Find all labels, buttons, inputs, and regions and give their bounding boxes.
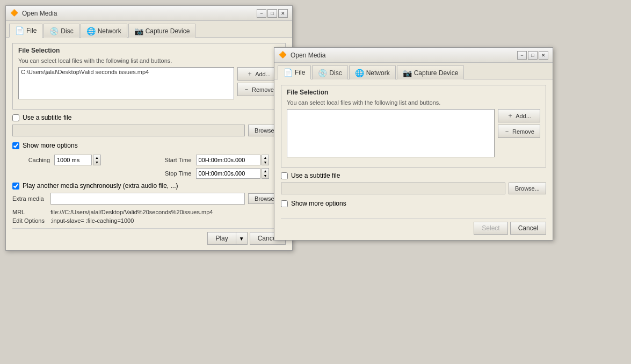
subtitle-row-2: Browse... (281, 183, 546, 194)
caching-spin-arrows-1[interactable]: ▲ ▼ (93, 155, 101, 165)
show-more-label-2: Show more options (291, 200, 346, 207)
titlebar-1: 🔶 Open Media − □ ✕ (6, 6, 292, 21)
open-media-window-1: 🔶 Open Media − □ ✕ 📄 File 💿 Disc 🌐 Netwo… (5, 5, 293, 251)
caching-input-group-1: ▲ ▼ (54, 155, 144, 165)
file-icon-1: 📄 (15, 26, 24, 35)
start-time-up-arrow[interactable]: ▲ (262, 155, 269, 160)
tab-disc-label-2: Disc (329, 69, 342, 77)
tab-file-1[interactable]: 📄 File (9, 24, 42, 38)
tab-file-label-2: File (295, 69, 305, 76)
file-selection-desc-1: You can select local files with the foll… (18, 57, 280, 64)
window2-content: File Selection You can select local file… (274, 79, 553, 240)
capture-icon-2: 📷 (403, 69, 412, 77)
titlebar-2: 🔶 Open Media − □ ✕ (274, 48, 553, 63)
stop-time-up-arrow[interactable]: ▲ (262, 169, 269, 173)
tab-network-label-2: Network (366, 69, 390, 77)
titlebar-controls-2: − □ ✕ (517, 51, 548, 60)
subtitle-checkbox-label-1: Use a subtitle file (23, 114, 71, 121)
subtitle-row-1: Browse... (12, 125, 286, 136)
extra-media-row-1: Extra media Browse... (12, 193, 286, 205)
show-more-label-1: Show more options (23, 142, 78, 149)
window2-title: Open Media (291, 52, 325, 59)
subtitle-checkbox-2[interactable] (281, 172, 288, 179)
bottom-buttons-2: Select Cancel (281, 218, 546, 235)
file-path-1: C:\Users\jalal\Desktop\Valid seconds iss… (21, 69, 149, 75)
stop-time-input-group-1: ▲ ▼ (196, 168, 286, 179)
caching-label-1: Caching (12, 157, 50, 163)
tab-capture-1[interactable]: 📷 Capture Device (128, 24, 196, 38)
play-sync-checkbox-1[interactable] (12, 183, 19, 190)
file-list-area-2: Add... Remove (287, 109, 540, 157)
play-sync-label-1: Play another media synchronously (extra … (23, 182, 178, 190)
tab-capture-2[interactable]: 📷 Capture Device (397, 65, 465, 79)
disc-icon-1: 💿 (49, 27, 59, 35)
disc-icon-2: 💿 (318, 69, 327, 77)
cancel-button-2[interactable]: Cancel (510, 222, 546, 235)
start-time-spin-arrows[interactable]: ▲ ▼ (262, 155, 270, 165)
maximize-button-1[interactable]: □ (267, 9, 277, 18)
tab-network-1[interactable]: 🌐 Network (81, 24, 127, 38)
play-button-1[interactable]: Play (207, 232, 235, 245)
stop-time-label-1: Stop Time (149, 170, 192, 177)
network-icon-1: 🌐 (86, 27, 96, 35)
file-selection-title-2: File Selection (287, 89, 540, 96)
show-more-checkbox-2[interactable] (281, 200, 288, 207)
subtitle-input-1[interactable] (12, 125, 245, 136)
minimize-button-1[interactable]: − (257, 9, 266, 18)
minimize-button-2[interactable]: − (517, 51, 527, 60)
subtitle-input-2[interactable] (281, 183, 505, 194)
start-time-down-arrow[interactable]: ▼ (262, 160, 269, 165)
bottom-buttons-1: Play ▼ Cancel (12, 228, 286, 245)
tab-capture-label-2: Capture Device (414, 69, 459, 77)
file-selection-group-2: File Selection You can select local file… (281, 85, 546, 168)
tab-capture-label-1: Capture Device (146, 27, 190, 35)
file-list-area-1: C:\Users\jalal\Desktop\Valid seconds iss… (18, 67, 280, 99)
tab-disc-2[interactable]: 💿 Disc (312, 65, 347, 79)
window1-title: Open Media (22, 10, 57, 17)
play-dropdown-arrow-1[interactable]: ▼ (236, 232, 248, 245)
play-button-split-1: Play ▼ (207, 232, 247, 245)
vlc-icon-2: 🔶 (279, 51, 287, 60)
remove-button-2[interactable]: Remove (498, 125, 540, 138)
tab-network-2[interactable]: 🌐 Network (349, 65, 396, 79)
show-more-checkbox-1[interactable] (12, 142, 19, 149)
vlc-icon: 🔶 (10, 9, 19, 18)
start-time-input-1[interactable] (196, 155, 260, 165)
window1-content: File Selection You can select local file… (6, 38, 292, 250)
add-button-2[interactable]: Add... (498, 109, 540, 122)
show-more-row-2: Show more options (281, 200, 546, 207)
close-button-2[interactable]: ✕ (539, 51, 548, 60)
tab-network-label-1: Network (98, 27, 121, 35)
stop-time-spin-arrows[interactable]: ▲ ▼ (262, 168, 270, 179)
subtitle-checkbox-label-2: Use a subtitle file (291, 172, 340, 179)
maximize-button-2[interactable]: □ (528, 51, 538, 60)
select-button-2[interactable]: Select (474, 222, 507, 235)
edit-options-row-1: Edit Options :input-slave= :file-caching… (12, 217, 286, 224)
play-sync-row-1: Play another media synchronously (extra … (12, 182, 286, 190)
caching-spinbox-1[interactable] (54, 155, 92, 165)
subtitle-checkbox-row-2: Use a subtitle file (281, 172, 546, 179)
tab-file-2[interactable]: 📄 File (278, 65, 311, 79)
file-listbox-2[interactable] (287, 109, 495, 157)
tab-bar-2: 📄 File 💿 Disc 🌐 Network 📷 Capture Device (274, 63, 553, 79)
caching-up-arrow[interactable]: ▲ (93, 155, 100, 160)
caching-down-arrow[interactable]: ▼ (93, 160, 100, 165)
extra-media-input-1[interactable] (50, 193, 245, 205)
tab-bar-1: 📄 File 💿 Disc 🌐 Network 📷 Capture Device (6, 21, 292, 38)
stop-time-down-arrow[interactable]: ▼ (262, 173, 269, 178)
close-button-1[interactable]: ✕ (278, 9, 288, 18)
titlebar-controls-1: − □ ✕ (257, 9, 288, 18)
capture-icon-1: 📷 (134, 27, 143, 35)
subtitle-browse-button-2[interactable]: Browse... (509, 183, 546, 194)
file-selection-group-1: File Selection You can select local file… (12, 43, 286, 110)
tab-disc-1[interactable]: 💿 Disc (43, 24, 79, 38)
subtitle-checkbox-row-1: Use a subtitle file (12, 114, 286, 121)
file-listbox-1[interactable]: C:\Users\jalal\Desktop\Valid seconds iss… (18, 67, 234, 99)
titlebar-left-2: 🔶 Open Media (279, 51, 325, 60)
tab-disc-label-1: Disc (61, 27, 73, 35)
stop-time-input-1[interactable] (196, 168, 260, 179)
start-time-label-1: Start Time (149, 157, 192, 163)
file-buttons-2: Add... Remove (498, 109, 540, 157)
edit-options-value-1: :input-slave= :file-caching=1000 (50, 217, 134, 224)
subtitle-checkbox-1[interactable] (12, 114, 19, 121)
